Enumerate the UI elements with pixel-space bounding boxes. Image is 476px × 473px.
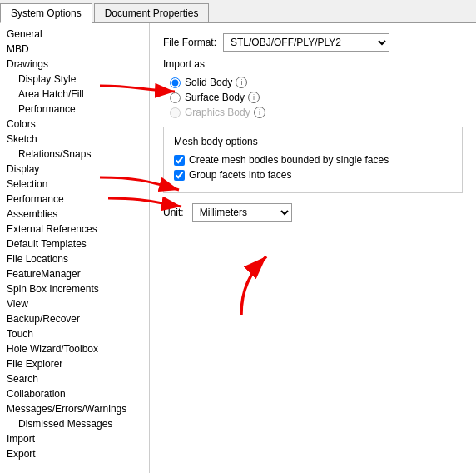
sidebar-item-label: Dismissed Messages [18, 418, 112, 430]
sidebar-item-touch[interactable]: Touch [0, 326, 149, 341]
radio-graphics-body-label: Graphics Body [185, 107, 250, 118]
sidebar: General MBD Drawings Display Style Area … [0, 23, 150, 473]
sidebar-item-general[interactable]: General [0, 27, 149, 42]
sidebar-item-assemblies[interactable]: Assemblies [0, 207, 149, 222]
radio-surface-body-label: Surface Body [185, 92, 245, 103]
file-format-row: File Format: STL/OBJ/OFF/PLY/PLY2 [163, 33, 463, 52]
sidebar-item-backup-recover[interactable]: Backup/Recover [0, 311, 149, 326]
checkbox-group-facets-label: Group facets into faces [189, 169, 291, 181]
sidebar-item-label: Area Hatch/Fill [18, 88, 84, 100]
checkbox-create-mesh-label: Create mesh bodies bounded by single fac… [189, 154, 389, 166]
content-area: File Format: STL/OBJ/OFF/PLY/PLY2 Import… [150, 23, 476, 473]
sidebar-item-import[interactable]: Import [0, 431, 149, 446]
sidebar-item-performance[interactable]: Performance [0, 192, 149, 207]
sidebar-item-file-locations[interactable]: File Locations [0, 251, 149, 266]
sidebar-item-label: Relations/Snaps [18, 148, 91, 160]
sidebar-item-view[interactable]: View [0, 296, 149, 311]
sidebar-item-display[interactable]: Display [0, 162, 149, 177]
sidebar-item-hole-wizard[interactable]: Hole Wizard/Toolbox [0, 341, 149, 356]
import-as-section: Import as Solid Body i Surface Body i Gr… [163, 58, 463, 118]
unit-select[interactable]: MillimetersInchesCentimetersMeters [192, 203, 292, 222]
sidebar-item-collaboration[interactable]: Collaboration [0, 386, 149, 401]
sidebar-item-feature-manager[interactable]: FeatureManager [0, 266, 149, 281]
unit-label: Unit: [163, 207, 184, 218]
sidebar-item-search[interactable]: Search [0, 371, 149, 386]
tab-system-options[interactable]: System Options [0, 3, 92, 23]
radio-solid-body-input[interactable] [170, 77, 181, 88]
radio-graphics-body: Graphics Body i [170, 107, 463, 118]
sidebar-item-default-templates[interactable]: Default Templates [0, 236, 149, 251]
sidebar-item-mbd[interactable]: MBD [0, 42, 149, 57]
solid-body-info-icon[interactable]: i [236, 77, 247, 88]
sidebar-item-label: Display Style [18, 73, 76, 85]
checkbox-create-mesh: Create mesh bodies bounded by single fac… [174, 154, 452, 166]
mesh-body-title: Mesh body options [174, 136, 452, 147]
radio-solid-body: Solid Body i [170, 77, 463, 88]
sidebar-item-dismissed-messages[interactable]: Dismissed Messages [0, 416, 149, 431]
sidebar-item-spin-box[interactable]: Spin Box Increments [0, 281, 149, 296]
radio-group: Solid Body i Surface Body i Graphics Bod… [170, 77, 463, 118]
main-container: General MBD Drawings Display Style Area … [0, 23, 476, 473]
sidebar-item-sketch[interactable]: Sketch [0, 132, 149, 147]
sidebar-item-display-style[interactable]: Display Style [0, 72, 149, 87]
surface-body-info-icon[interactable]: i [248, 92, 260, 103]
mesh-body-options-section: Mesh body options Create mesh bodies bou… [163, 127, 463, 193]
file-format-label: File Format: [163, 37, 216, 48]
sidebar-item-messages-errors[interactable]: Messages/Errors/Warnings [0, 401, 149, 416]
sidebar-item-area-hatch[interactable]: Area Hatch/Fill [0, 87, 149, 102]
import-as-label: Import as [163, 58, 463, 70]
radio-surface-body: Surface Body i [170, 92, 463, 103]
radio-solid-body-label: Solid Body [185, 77, 232, 88]
tab-bar: System Options Document Properties [0, 0, 476, 23]
sidebar-item-selection[interactable]: Selection [0, 177, 149, 192]
unit-row: Unit: MillimetersInchesCentimetersMeters [163, 203, 463, 222]
checkbox-group-facets: Group facets into faces [174, 169, 452, 181]
tab-document-properties[interactable]: Document Properties [94, 3, 210, 22]
sidebar-item-label: Performance [18, 103, 76, 115]
radio-surface-body-input[interactable] [170, 92, 181, 103]
sidebar-item-colors[interactable]: Colors [0, 117, 149, 132]
sidebar-item-external-references[interactable]: External References [0, 222, 149, 236]
file-format-select[interactable]: STL/OBJ/OFF/PLY/PLY2 [223, 33, 389, 52]
checkbox-create-mesh-input[interactable] [174, 155, 185, 166]
sidebar-item-relations-snaps[interactable]: Relations/Snaps [0, 147, 149, 162]
checkbox-group-facets-input[interactable] [174, 170, 185, 181]
sidebar-item-file-explorer[interactable]: File Explorer [0, 356, 149, 371]
sidebar-item-performance-drawings[interactable]: Performance [0, 102, 149, 117]
radio-graphics-body-input[interactable] [170, 107, 181, 118]
sidebar-item-drawings[interactable]: Drawings [0, 57, 149, 72]
sidebar-item-export[interactable]: Export [0, 446, 149, 461]
graphics-body-info-icon[interactable]: i [254, 107, 265, 118]
